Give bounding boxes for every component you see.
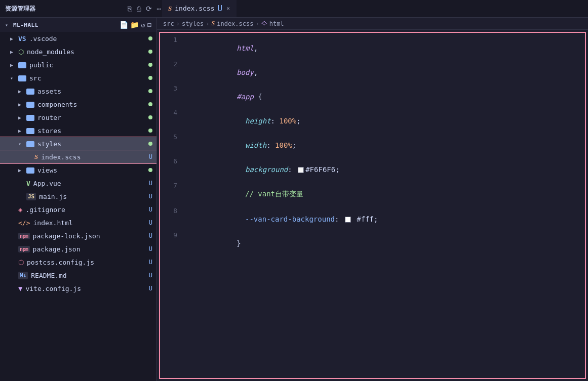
tree-label-index-scss: index.scss <box>41 153 149 161</box>
line-num-2: 2 <box>163 60 177 68</box>
tree-item-assets[interactable]: ▶ assets <box>0 84 156 98</box>
new-file-icon[interactable]: ⎘ <box>127 4 133 14</box>
token-colon-5: : <box>266 141 270 149</box>
folder-src-icon <box>18 75 26 81</box>
token-brace-open: { <box>258 93 262 101</box>
code-line-3: 3 #app { <box>159 84 586 109</box>
token-background: background <box>237 165 288 174</box>
tree-item-src[interactable]: ▾ src <box>0 71 156 84</box>
tree-label-vscode: .vscode <box>29 35 148 43</box>
tree-item-router[interactable]: ▶ router <box>0 111 156 124</box>
sidebar-refresh-icon[interactable]: ↺ <box>141 21 145 29</box>
line-num-7: 7 <box>163 182 177 189</box>
line-content-6: background: #F6F6F6; <box>185 157 582 182</box>
tree-item-components[interactable]: ▶ components <box>0 98 156 111</box>
line-content-9: } <box>185 231 582 256</box>
folder-styles-icon <box>26 141 34 147</box>
token-comma-1: , <box>254 44 258 52</box>
html-icon: </> <box>18 219 30 227</box>
dot-components <box>148 102 152 106</box>
folder-views-icon <box>26 167 34 174</box>
tree-item-node-modules[interactable]: ▶ ⬡ node_modules <box>0 45 156 58</box>
dot-views <box>148 168 152 172</box>
tree-label-main-js: main.js <box>39 193 149 200</box>
new-folder-icon[interactable]: ⎙ <box>136 4 142 14</box>
breadcrumb-selector-icon: ⧼⧽ <box>261 20 267 27</box>
status-u-index-html: U <box>149 219 152 226</box>
code-line-4: 4 height: 100%; <box>159 109 586 133</box>
token-f6f6f6: #F6F6F6 <box>305 165 335 174</box>
tree-item-readme[interactable]: ▶ M↓ README.md U <box>0 269 156 282</box>
vite-icon: ▼ <box>18 284 22 292</box>
tab-close-button[interactable]: ✕ <box>226 5 230 12</box>
tree-item-postcss[interactable]: ▶ ⬡ postcss.config.js U <box>0 256 156 269</box>
token-colon-8: : <box>335 215 339 223</box>
tree-label-assets: assets <box>37 88 148 95</box>
tree-item-vite-config[interactable]: ▶ ▼ vite.config.js U <box>0 282 156 295</box>
status-u-app-vue: U <box>149 180 152 187</box>
code-line-6: 6 background: #F6F6F6; <box>159 157 586 182</box>
project-name: ML-MALL <box>13 22 38 28</box>
breadcrumb-src: src <box>163 20 174 27</box>
tab-index-scss[interactable]: S index.scss U ✕ <box>162 0 237 17</box>
code-line-8: 8 --van-card-background: #fff; <box>159 207 586 231</box>
tree-label-package-lock: package-lock.json <box>33 232 149 240</box>
line-num-9: 9 <box>163 231 177 239</box>
collapse-icon[interactable]: ⋯ <box>156 4 162 14</box>
dot-assets <box>148 89 152 93</box>
tree-item-public[interactable]: ▶ public <box>0 58 156 71</box>
tree-item-styles[interactable]: ▾ styles <box>0 137 156 150</box>
breadcrumb: src › styles › S index.scss › ⧼⧽ html <box>157 18 588 30</box>
tree-label-node-modules: node_modules <box>27 48 148 56</box>
main-content: ▾ ML-MALL 📄 📁 ↺ ⊟ ▶ VS .vscode ▶ <box>0 18 588 381</box>
tree-label-public: public <box>29 61 148 69</box>
readme-icon: M↓ <box>18 272 28 279</box>
code-line-9: 9 } <box>159 231 586 256</box>
sidebar-header-icons: 📄 📁 ↺ ⊟ <box>120 21 151 29</box>
tree-item-package-json[interactable]: ▶ npm package.json U <box>0 242 156 256</box>
refresh-icon[interactable]: ⟳ <box>145 4 153 14</box>
tree-item-views[interactable]: ▶ views <box>0 163 156 177</box>
sidebar-new-folder-icon[interactable]: 📁 <box>130 21 139 29</box>
folder-stores-icon <box>26 128 34 134</box>
tree-label-router: router <box>37 114 148 121</box>
line-content-5: width: 100%; <box>185 133 582 157</box>
token-app: #app <box>237 93 254 101</box>
tree-item-stores[interactable]: ▶ stores <box>0 124 156 137</box>
explorer-title: 资源管理器 <box>5 5 35 13</box>
code-line-1: 1 html, <box>159 36 586 60</box>
tree-item-package-lock[interactable]: ▶ npm package-lock.json U <box>0 229 156 242</box>
tree-item-vscode[interactable]: ▶ VS .vscode <box>0 32 156 45</box>
line-num-3: 3 <box>163 84 177 92</box>
sidebar-collapse-icon[interactable]: ⊟ <box>147 21 151 29</box>
status-u-vite-config: U <box>149 285 152 292</box>
tree-item-gitignore[interactable]: ▶ ◈ .gitignore U <box>0 203 156 216</box>
line-num-6: 6 <box>163 157 177 165</box>
status-u-readme: U <box>149 272 152 279</box>
color-swatch-f6f6f6 <box>298 167 304 173</box>
tree-item-app-vue[interactable]: ▶ V App.vue U <box>0 177 156 190</box>
project-arrow: ▾ <box>5 22 11 28</box>
node-icon: ⬡ <box>18 48 24 56</box>
breadcrumb-scss-file-icon: S <box>212 20 215 27</box>
color-swatch-fff <box>345 217 351 223</box>
tree-label-index-html: index.html <box>33 219 148 227</box>
tree-label-components: components <box>37 101 148 108</box>
token-100pct-2: 100% <box>275 141 292 149</box>
line-num-1: 1 <box>163 36 177 44</box>
tree-item-main-js[interactable]: ▶ JS main.js U <box>0 190 156 203</box>
explorer-header: 资源管理器 ⎘ ⎙ ⟳ ⋯ <box>5 4 162 14</box>
top-bar: 资源管理器 ⎘ ⎙ ⟳ ⋯ S index.scss U ✕ <box>0 0 588 18</box>
tree-item-index-html[interactable]: ▶ </> index.html U <box>0 216 156 229</box>
code-editor[interactable]: 1 html, 2 body, 3 #app { <box>159 32 586 379</box>
sidebar-new-file-icon[interactable]: 📄 <box>120 21 128 29</box>
tree-label-src: src <box>29 74 148 82</box>
scss-tab-icon: S <box>168 5 172 13</box>
token-body: body <box>237 68 254 76</box>
tree-item-index-scss[interactable]: ▶ S index.scss U <box>0 150 156 163</box>
npm-icon: npm <box>18 246 30 252</box>
breadcrumb-html-selector: ⧼⧽ html <box>261 20 284 27</box>
explorer-actions: ⎘ ⎙ ⟳ ⋯ <box>127 4 162 14</box>
line-num-5: 5 <box>163 133 177 141</box>
dot-styles <box>148 142 152 146</box>
